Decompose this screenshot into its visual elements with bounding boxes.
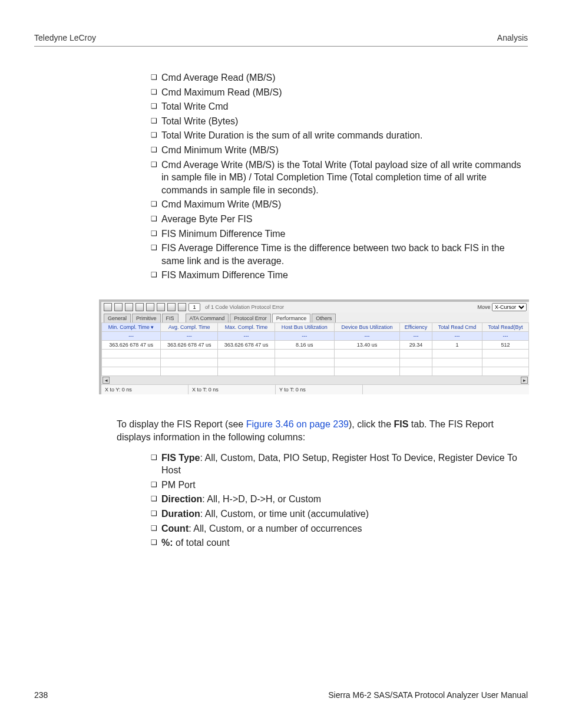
status-xy: X to Y: 0 ns <box>101 385 189 394</box>
cell <box>218 358 275 367</box>
list-item: ❑Cmd Minimum Write (MB/S) <box>151 144 522 157</box>
column-header[interactable]: Host Bus Utilization <box>275 322 334 331</box>
list-item-text: PM Port <box>161 479 522 492</box>
toolbar: of 1 Code Violation Protocol Error Move … <box>101 302 529 312</box>
toolbar-icon[interactable] <box>135 303 144 311</box>
cell <box>334 358 399 367</box>
column-header[interactable]: Max. Compl. Time <box>218 322 275 331</box>
tab-protocol-error[interactable]: Protocol Error <box>230 314 271 322</box>
list-item-text: Count: All, Custom, or a number of occur… <box>161 522 522 535</box>
cell: --- <box>102 331 161 340</box>
cell <box>400 367 432 375</box>
column-header[interactable]: Efficiency <box>400 322 432 331</box>
status-xt: X to T: 0 ns <box>189 385 276 394</box>
cell <box>482 349 529 358</box>
cell <box>275 358 334 367</box>
list-item: ❑Total Write (Bytes) <box>151 115 522 128</box>
tab-performance[interactable]: Performance <box>272 314 311 322</box>
cell <box>334 367 399 375</box>
cell <box>432 349 482 358</box>
toolbar-icon[interactable] <box>146 303 154 311</box>
list-item-text: FIS Type: All, Custom, Data, PIO Setup, … <box>161 452 522 477</box>
toolbar-icon[interactable] <box>157 303 165 311</box>
status-yt: Y to T: 0 ns <box>276 385 363 394</box>
list-item: ❑FIS Average Difference Time is the diff… <box>151 242 522 267</box>
cell <box>334 349 399 358</box>
list-item: ❑Total Write Cmd <box>151 100 522 113</box>
list-item: ❑Direction: All, H->D, D->H, or Custom <box>151 493 522 506</box>
list-item-text: Cmd Average Read (MB/S) <box>161 71 522 84</box>
toolbar-icon[interactable] <box>167 303 176 311</box>
cell <box>432 358 482 367</box>
screenshot-figure: of 1 Code Violation Protocol Error Move … <box>99 299 522 394</box>
bullet-icon: ❑ <box>151 522 161 534</box>
move-label: Move <box>477 304 490 310</box>
cell <box>482 367 529 375</box>
list-item-text: Total Write (Bytes) <box>161 115 522 128</box>
horizontal-scrollbar[interactable]: ◂ ▸ <box>101 376 529 384</box>
list-item-text: Direction: All, H->D, D->H, or Custom <box>161 493 522 506</box>
column-header[interactable]: Avg. Compl. Time <box>161 322 218 331</box>
bullet-icon: ❑ <box>151 269 161 281</box>
toolbar-icon[interactable] <box>125 303 133 311</box>
cell: --- <box>275 331 334 340</box>
cell: 13.40 us <box>334 340 399 349</box>
cell: 363.626 678 47 us <box>161 340 218 349</box>
list-item: ❑FIS Maximum Difference Time <box>151 269 522 282</box>
bullet-icon: ❑ <box>151 100 161 112</box>
cell <box>218 367 275 375</box>
cell: --- <box>432 331 482 340</box>
cell <box>161 367 218 375</box>
tab-fis[interactable]: FIS <box>162 314 178 322</box>
toolbar-icon[interactable] <box>178 303 186 311</box>
header-right: Analysis <box>497 33 528 42</box>
page-number: 238 <box>34 690 48 700</box>
list-item-text: Cmd Average Write (MB/S) is the Total Wr… <box>161 159 522 197</box>
list-item: ❑Cmd Average Read (MB/S) <box>151 71 522 84</box>
bullet-icon: ❑ <box>151 536 161 548</box>
tab-primitive[interactable]: Primitive <box>132 314 161 322</box>
scroll-right-icon[interactable]: ▸ <box>521 377 528 384</box>
tab-ata-command[interactable]: ATA Command <box>186 314 229 322</box>
body-paragraph: To display the FIS Report (see Figure 3.… <box>117 418 522 444</box>
cell: --- <box>400 331 432 340</box>
cell: 363.626 678 47 us <box>102 340 161 349</box>
list-item-text: Duration: All, Custom, or time unit (acc… <box>161 508 522 521</box>
cell <box>482 358 529 367</box>
list-item: ❑Duration: All, Custom, or time unit (ac… <box>151 508 522 521</box>
bullet-icon: ❑ <box>151 493 161 505</box>
toolbar-icon[interactable] <box>104 303 112 311</box>
list-item: ❑Total Write Duration is the sum of all … <box>151 129 522 142</box>
bullet-icon: ❑ <box>151 213 161 225</box>
list-item-text: Total Write Duration is the sum of all w… <box>161 129 522 142</box>
list-item-text: Average Byte Per FIS <box>161 213 522 226</box>
bullet-icon: ❑ <box>151 242 161 253</box>
header-left: Teledyne LeCroy <box>34 33 96 42</box>
column-header[interactable]: Total Read(Byt <box>482 322 529 331</box>
cell: --- <box>334 331 399 340</box>
cell: 8.16 us <box>275 340 334 349</box>
tab-row: GeneralPrimitiveFISATA CommandProtocol E… <box>101 312 529 322</box>
tab-others[interactable]: Others <box>312 314 336 322</box>
cell: --- <box>482 331 529 340</box>
cell <box>161 349 218 358</box>
column-header[interactable]: Min. Compl. Time ▾ <box>102 322 161 331</box>
bullet-icon: ❑ <box>151 144 161 156</box>
cell <box>218 349 275 358</box>
list-item: ❑FIS Type: All, Custom, Data, PIO Setup,… <box>151 452 522 477</box>
column-header[interactable]: Total Read Cmd <box>432 322 482 331</box>
tab-general[interactable]: General <box>104 314 131 322</box>
cell <box>400 349 432 358</box>
toolbar-icon[interactable] <box>114 303 123 311</box>
cell: 363.626 678 47 us <box>218 340 275 349</box>
scroll-left-icon[interactable]: ◂ <box>103 377 110 384</box>
move-select[interactable]: X-Cursor <box>492 303 527 311</box>
page-input[interactable] <box>189 303 200 311</box>
list-item: ❑PM Port <box>151 479 522 492</box>
list-item: ❑FIS Minimum Difference Time <box>151 228 522 241</box>
list-item: ❑Count: All, Custom, or a number of occu… <box>151 522 522 535</box>
figure-ref-link[interactable]: Figure 3.46 on page 239 <box>246 419 349 429</box>
column-header[interactable]: Device Bus Utilization <box>334 322 399 331</box>
cell <box>102 367 161 375</box>
cell: 512 <box>482 340 529 349</box>
